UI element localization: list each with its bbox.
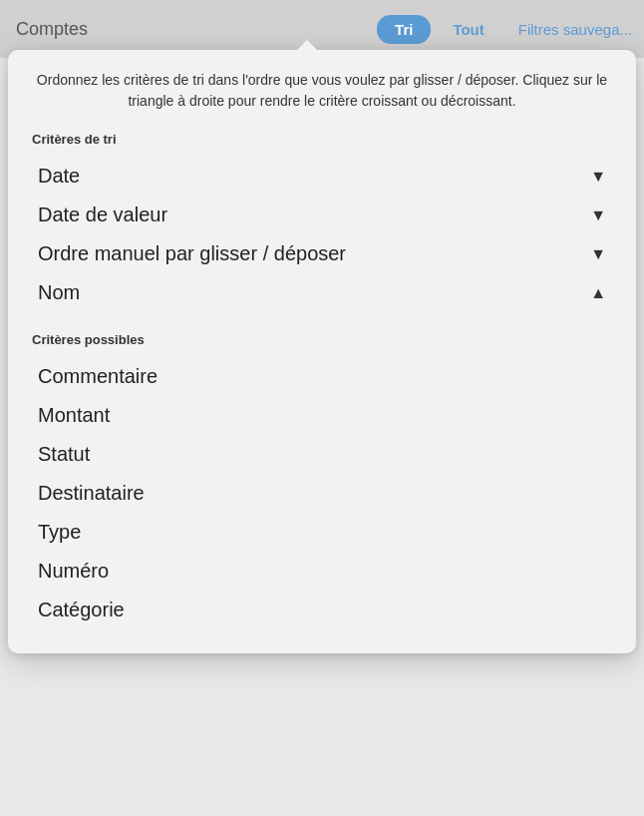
- app-title: Comptes: [16, 19, 377, 40]
- possible-item-categorie[interactable]: Catégorie: [32, 591, 612, 629]
- sort-description: Ordonnez les critères de tri dans l'ordr…: [32, 70, 612, 112]
- sort-arrow-nom[interactable]: ▲: [590, 284, 606, 302]
- sort-dropdown-panel: Ordonnez les critères de tri dans l'ordr…: [8, 50, 636, 653]
- possible-item-type[interactable]: Type: [32, 513, 612, 552]
- filtres-link[interactable]: Filtres sauvega...: [506, 15, 644, 44]
- criteria-item-nom[interactable]: Nom ▲: [32, 273, 612, 312]
- criteria-label-date-valeur: Date de valeur: [38, 204, 167, 226]
- possible-criteria-label: Critères possibles: [32, 332, 612, 347]
- tri-tab-button[interactable]: Tri: [377, 15, 431, 44]
- possible-item-montant[interactable]: Montant: [32, 396, 612, 435]
- sort-arrow-date-valeur[interactable]: ▼: [590, 206, 606, 224]
- active-criteria-label: Critères de tri: [32, 132, 612, 147]
- active-criteria-list: Date ▼ Date de valeur ▼ Ordre manuel par…: [32, 157, 612, 312]
- sort-arrow-ordre-manuel[interactable]: ▼: [590, 245, 606, 263]
- criteria-item-ordre-manuel[interactable]: Ordre manuel par glisser / déposer ▼: [32, 234, 612, 273]
- possible-item-numero[interactable]: Numéro: [32, 552, 612, 591]
- sort-arrow-date[interactable]: ▼: [590, 168, 606, 186]
- possible-item-statut[interactable]: Statut: [32, 435, 612, 474]
- tout-tab-button[interactable]: Tout: [435, 15, 501, 44]
- possible-item-destinataire[interactable]: Destinataire: [32, 474, 612, 513]
- criteria-item-date[interactable]: Date ▼: [32, 157, 612, 196]
- possible-criteria-list: Commentaire Montant Statut Destinataire …: [32, 357, 612, 629]
- criteria-label-date: Date: [38, 165, 80, 188]
- criteria-label-ordre-manuel: Ordre manuel par glisser / déposer: [38, 242, 346, 265]
- criteria-item-date-valeur[interactable]: Date de valeur ▼: [32, 196, 612, 234]
- tab-buttons: Tri Tout Filtres sauvega...: [377, 15, 644, 44]
- criteria-label-nom: Nom: [38, 281, 80, 304]
- possible-item-commentaire[interactable]: Commentaire: [32, 357, 612, 396]
